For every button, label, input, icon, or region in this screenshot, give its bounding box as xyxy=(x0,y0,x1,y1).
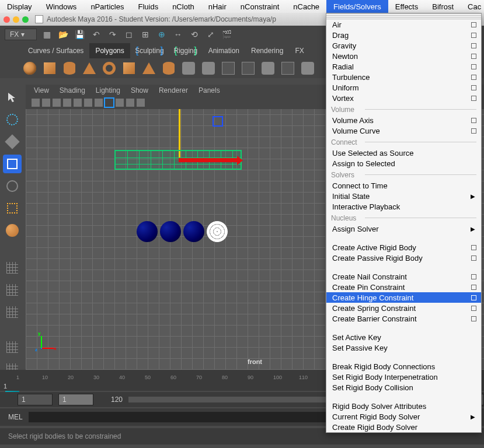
menu-item-vortex[interactable]: Vortex xyxy=(326,93,481,103)
options-box-icon[interactable] xyxy=(471,295,476,300)
plane-icon[interactable] xyxy=(201,61,216,76)
workspace-select[interactable]: FX ▾ xyxy=(5,29,37,40)
sphere-object-3[interactable] xyxy=(183,221,204,242)
menubar-item-windows[interactable]: Windows xyxy=(39,0,84,13)
minimize-icon[interactable] xyxy=(13,16,19,23)
menubar-item-effects[interactable]: Effects xyxy=(388,0,426,13)
vp-tool-10-icon[interactable] xyxy=(137,99,145,107)
maximize-icon[interactable] xyxy=(22,16,29,23)
save-icon[interactable]: 💾 xyxy=(74,29,86,40)
menu-item-connect-to-time[interactable]: Connect to Time xyxy=(326,180,481,191)
platonic-icon[interactable] xyxy=(181,61,196,76)
vp-tool-1-icon[interactable] xyxy=(32,99,40,107)
layout3-icon[interactable] xyxy=(3,338,22,356)
torus-icon[interactable] xyxy=(102,61,117,76)
menu-item-current-rigid-body-solver[interactable]: Current Rigid Body Solver▶ xyxy=(326,411,481,422)
options-box-icon[interactable] xyxy=(471,43,476,48)
select-icon[interactable]: ◻ xyxy=(123,29,135,40)
options-box-icon[interactable] xyxy=(471,33,476,38)
shelf-tab-sculpting[interactable]: [ Sculpting ] xyxy=(130,43,169,58)
view-menu[interactable]: View xyxy=(34,86,49,94)
move-tool[interactable] xyxy=(3,155,22,173)
menubar-item-display[interactable]: Display xyxy=(0,0,39,13)
menu-item-create-passive-rigid-body[interactable]: Create Passive Rigid Body xyxy=(326,253,481,263)
menu-item-volume-axis[interactable]: Volume Axis xyxy=(326,115,481,125)
options-box-icon[interactable] xyxy=(471,96,476,101)
scale-icon[interactable]: ⤢ xyxy=(205,29,217,40)
panels-menu[interactable]: Panels xyxy=(199,86,220,94)
select-tool[interactable] xyxy=(3,88,22,107)
vp-tool-3-icon[interactable] xyxy=(53,99,61,107)
menu-item-set-active-key[interactable]: Set Active Key xyxy=(326,332,481,342)
rotate-icon[interactable]: ⟲ xyxy=(189,29,200,40)
sphere-object-2[interactable] xyxy=(160,221,181,242)
shelf-tab-fx[interactable]: FX xyxy=(289,43,309,58)
options-box-icon[interactable] xyxy=(471,285,476,290)
menu-tear-off[interactable] xyxy=(326,13,481,19)
shelf-tab-polygons[interactable]: Polygons xyxy=(89,43,130,58)
mesh1-icon[interactable] xyxy=(241,61,256,76)
menubar-item-nhair[interactable]: nHair xyxy=(201,0,234,13)
options-box-icon[interactable] xyxy=(471,54,476,59)
options-box-icon[interactable] xyxy=(471,245,476,250)
sphere-prim[interactable] xyxy=(3,221,22,240)
cylinder-icon[interactable] xyxy=(62,61,77,76)
menu-item-volume-curve[interactable]: Volume Curve xyxy=(326,125,481,136)
shelf-tab-rigging[interactable]: [ Rigging ] xyxy=(169,43,203,58)
sphere-icon[interactable] xyxy=(22,61,37,76)
range-start-in[interactable]: 1 xyxy=(58,394,93,405)
mesh4-icon[interactable] xyxy=(300,61,315,76)
vp-tool-2-icon[interactable] xyxy=(42,99,50,107)
menu-item-use-selected-as-source[interactable]: Use Selected as Source xyxy=(326,148,481,158)
options-box-icon[interactable] xyxy=(471,274,476,279)
menu-item-set-rigid-body-collision[interactable]: Set Rigid Body Collision xyxy=(326,382,481,393)
vp-tool-7-icon[interactable] xyxy=(95,99,103,107)
menu-item-assign-solver[interactable]: Assign Solver▶ xyxy=(326,223,481,234)
menu-item-break-rigid-body-connections[interactable]: Break Rigid Body Connections xyxy=(326,361,481,372)
magnet-icon[interactable]: ⊕ xyxy=(156,29,168,40)
cube-icon[interactable] xyxy=(42,61,57,76)
vp-tool-6-icon[interactable] xyxy=(84,99,92,107)
menu-item-rigid-body-solver-attributes[interactable]: Rigid Body Solver Attributes xyxy=(326,401,481,411)
shelf-tab-animation[interactable]: Animation xyxy=(203,43,245,58)
menubar-item-ncloth[interactable]: nCloth xyxy=(165,0,201,13)
paint-tool[interactable] xyxy=(3,132,22,151)
menu-item-air[interactable]: Air xyxy=(326,19,481,30)
cylinder2-icon[interactable] xyxy=(161,61,176,76)
menu-item-turbulence[interactable]: Turbulence xyxy=(326,72,481,82)
options-box-icon[interactable] xyxy=(471,118,476,123)
menu-item-create-spring-constraint[interactable]: Create Spring Constraint xyxy=(326,303,481,313)
menu-item-radial[interactable]: Radial xyxy=(326,61,481,72)
vp-tool-wireframe-icon[interactable] xyxy=(105,99,113,107)
sphere-object-1[interactable] xyxy=(137,221,158,242)
options-box-icon[interactable] xyxy=(471,306,476,311)
cube2-icon[interactable] xyxy=(121,61,137,76)
vp-tool-8-icon[interactable] xyxy=(116,99,124,107)
open-icon[interactable]: 📂 xyxy=(58,29,69,40)
menu-item-initial-state[interactable]: Initial State▶ xyxy=(326,191,481,201)
menu-item-create-barrier-constraint[interactable]: Create Barrier Constraint xyxy=(326,313,481,324)
cone-icon[interactable] xyxy=(82,61,97,76)
renderer-menu[interactable]: Renderer xyxy=(159,86,188,94)
shading-menu[interactable]: Shading xyxy=(60,86,85,94)
rotate-tool[interactable] xyxy=(3,177,22,195)
move-icon[interactable]: ↔ xyxy=(172,29,184,40)
menu-item-interactive-playback[interactable]: Interactive Playback xyxy=(326,201,481,212)
pyramid-icon[interactable] xyxy=(141,61,156,76)
menubar-item-nconstraint[interactable]: nConstraint xyxy=(234,0,286,13)
undo-icon[interactable]: ↶ xyxy=(90,29,102,40)
close-icon[interactable] xyxy=(4,16,10,23)
menu-item-create-nail-constraint[interactable]: Create Nail Constraint xyxy=(326,271,481,282)
shelf-tab-rendering[interactable]: Rendering xyxy=(245,43,289,58)
snap-icon[interactable]: ⊞ xyxy=(140,29,151,40)
options-box-icon[interactable] xyxy=(471,316,476,321)
vp-tool-4-icon[interactable] xyxy=(63,99,71,107)
menu-item-create-active-rigid-body[interactable]: Create Active Rigid Body xyxy=(326,242,481,253)
options-box-icon[interactable] xyxy=(471,85,476,90)
menu-item-set-rigid-body-interpenetration[interactable]: Set Rigid Body Interpenetration xyxy=(326,372,481,382)
menu-item-newton[interactable]: Newton xyxy=(326,51,481,61)
menubar-item-bifrost[interactable]: Bifrost xyxy=(425,0,461,13)
shelf-tab-curvessurfaces[interactable]: Curves / Surfaces xyxy=(22,43,89,58)
new-icon[interactable]: ▦ xyxy=(41,29,53,40)
menubar-item-ncache[interactable]: nCache xyxy=(286,0,326,13)
